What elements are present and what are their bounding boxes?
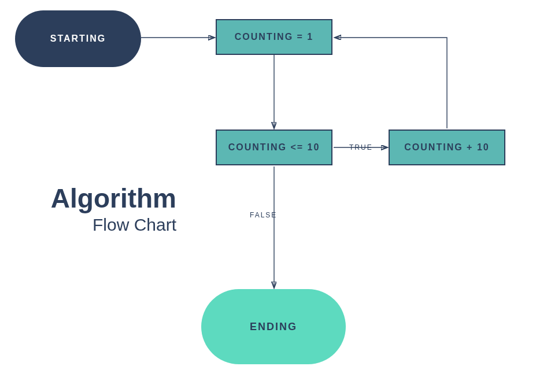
node-ending-label: ENDING [250,321,297,333]
node-counting-increment-label: COUNTING + 10 [404,142,489,153]
edge-label-false: FALSE [250,211,277,219]
node-ending: ENDING [201,289,346,364]
node-counting-condition-label: COUNTING <= 10 [228,142,320,153]
title-main: Algorithm [29,185,176,212]
title-block: Algorithm Flow Chart [29,185,176,235]
title-sub: Flow Chart [29,215,176,235]
node-counting-init: COUNTING = 1 [216,19,332,55]
edge-label-true: TRUE [349,143,373,151]
node-starting-label: STARTING [50,34,106,44]
node-counting-condition: COUNTING <= 10 [216,130,332,165]
node-starting: STARTING [15,10,141,67]
node-counting-increment: COUNTING + 10 [389,130,505,165]
node-counting-init-label: COUNTING = 1 [235,32,313,42]
